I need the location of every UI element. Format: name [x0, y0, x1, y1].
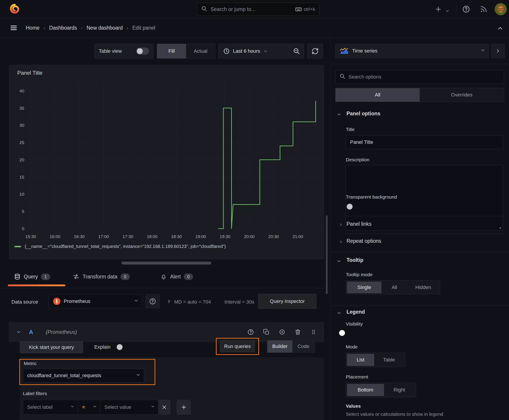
refresh-button[interactable] — [307, 44, 323, 59]
legend-series-label[interactable]: {__name__="cloudflared_tunnel_total_requ… — [25, 244, 226, 249]
query-ref-id[interactable]: A — [29, 329, 33, 336]
delete-query-trash-icon[interactable] — [295, 329, 301, 335]
visualization-name: Time series — [352, 48, 378, 54]
chevron-right-icon[interactable] — [338, 221, 344, 228]
refresh-icon — [311, 48, 319, 55]
chevron-down-icon[interactable] — [443, 7, 452, 15]
time-range-label: Last 6 hours — [233, 48, 260, 54]
metric-value: cloudflared_tunnel_total_requests — [27, 373, 101, 378]
menu-hamburger-icon[interactable] — [9, 23, 18, 32]
tooltip-mode-all[interactable]: All — [381, 282, 407, 293]
chevron-right-icon[interactable] — [338, 239, 344, 245]
svg-text:20: 20 — [20, 158, 24, 162]
legend-placement-bottom[interactable]: Bottom — [347, 384, 384, 396]
svg-text:21:00: 21:00 — [292, 234, 303, 239]
svg-text:35: 35 — [20, 106, 24, 111]
datasource-name: Prometheus — [64, 298, 91, 304]
metric-select[interactable]: cloudflared_tunnel_total_requests — [23, 369, 144, 382]
query-help-icon[interactable] — [247, 329, 254, 335]
fill-actual-switch: Fill Actual — [157, 44, 215, 59]
pane-resize-handle[interactable] — [122, 262, 211, 264]
tooltip-mode-label: Tooltip mode — [346, 272, 372, 277]
remove-filter-button[interactable] — [158, 400, 170, 415]
search-options-input[interactable]: Search options — [335, 70, 504, 84]
run-queries-button[interactable]: Run queries — [220, 341, 255, 352]
section-chevron-down-icon[interactable] — [336, 111, 342, 118]
collapse-chevron-down-icon[interactable] — [16, 329, 21, 335]
tab-query[interactable]: Query 1 — [14, 273, 50, 280]
avatar[interactable] — [495, 3, 507, 16]
keyboard-icon — [295, 6, 302, 13]
section-chevron-down-icon[interactable] — [336, 310, 342, 316]
tooltip-heading[interactable]: Tooltip — [347, 257, 363, 263]
tooltip-mode-single[interactable]: Single — [347, 282, 381, 293]
tab-all[interactable]: All — [335, 88, 420, 102]
legend-mode-label: Mode — [346, 344, 358, 350]
breadcrumb-dashboards[interactable]: Dashboards — [49, 25, 77, 31]
zoom-out-button[interactable] — [289, 48, 304, 55]
transform-icon — [73, 273, 79, 280]
prometheus-icon — [53, 298, 61, 305]
legend-heading[interactable]: Legend — [347, 309, 365, 315]
actual-option[interactable]: Actual — [186, 44, 215, 58]
grafana-app: Search or jump to... ctrl+k — [0, 0, 509, 420]
tab-transform-data[interactable]: Transform data 0 — [73, 273, 130, 280]
legend-mode-list[interactable]: List — [347, 354, 374, 366]
section-chevron-down-icon[interactable] — [336, 258, 342, 264]
kickstart-query-button[interactable]: Kick start your query — [20, 341, 83, 353]
fill-option[interactable]: Fill — [157, 44, 186, 58]
code-option[interactable]: Code — [292, 340, 314, 352]
global-search-input[interactable]: Search or jump to... ctrl+k — [197, 3, 319, 16]
add-icon[interactable] — [434, 5, 443, 14]
topbar-divider — [456, 4, 456, 14]
svg-text:15:30: 15:30 — [25, 234, 36, 239]
label-filter-operator-select[interactable]: = — [78, 400, 100, 415]
repeat-options-section[interactable]: Repeat options — [347, 238, 381, 244]
breadcrumb-edit-panel: Edit panel — [132, 25, 155, 31]
toggle-visibility-icon[interactable] — [279, 329, 285, 335]
builder-option[interactable]: Builder — [267, 340, 292, 352]
transparent-background-label: Transparent background — [346, 194, 397, 200]
description-label: Description — [346, 157, 369, 162]
news-rss-icon[interactable] — [479, 5, 488, 14]
panel-title-input[interactable] — [346, 135, 503, 149]
table-view-toggle[interactable] — [136, 48, 149, 55]
visualization-picker[interactable]: Time series — [335, 44, 489, 58]
add-filter-button[interactable] — [177, 400, 191, 415]
help-icon[interactable] — [462, 5, 471, 14]
tab-overrides[interactable]: Overrides — [420, 88, 504, 102]
panel-links-section[interactable]: Panel links — [347, 221, 372, 227]
query-inspector-button[interactable]: Query inspector — [258, 294, 316, 309]
duplicate-query-icon[interactable] — [263, 329, 270, 335]
breadcrumb-new-dashboard[interactable]: New dashboard — [87, 25, 123, 31]
vertical-scrollbar[interactable] — [326, 215, 328, 294]
datasource-picker[interactable]: Prometheus — [49, 294, 142, 308]
drag-handle-grip-icon[interactable] — [310, 329, 317, 335]
svg-text:17:30: 17:30 — [122, 234, 133, 239]
legend-placement-right[interactable]: Right — [384, 384, 415, 396]
expand-options-chevron-right-icon[interactable] — [166, 298, 172, 305]
legend-mode-table[interactable]: Table — [374, 354, 404, 366]
explain-label: Explain — [94, 344, 110, 350]
select-label-placeholder: Select label — [27, 404, 53, 410]
datasource-help-button[interactable] — [145, 294, 160, 308]
tab-transform-count: 0 — [121, 273, 130, 280]
timeseries-viz-icon — [340, 48, 349, 54]
label-filter-label-select[interactable]: Select label — [23, 400, 78, 415]
svg-text:0: 0 — [22, 226, 24, 231]
tooltip-mode-hidden[interactable]: Hidden — [407, 282, 439, 293]
label-filter-value-select[interactable]: Select value — [100, 400, 159, 415]
panel-options-heading[interactable]: Panel options — [347, 111, 380, 117]
breadcrumb-home[interactable]: Home — [26, 25, 39, 31]
collapse-pane-chevron-up-icon[interactable] — [496, 24, 504, 32]
time-range-button[interactable]: Last 6 hours — [219, 48, 289, 54]
legend-series-swatch[interactable] — [14, 246, 21, 247]
search-icon — [201, 6, 207, 13]
query-row-header[interactable]: A (Prometheus) — [9, 322, 324, 342]
tab-alert[interactable]: Alert 0 — [160, 273, 193, 280]
resize-corner-icon[interactable] — [497, 225, 501, 229]
grafana-logo[interactable] — [9, 3, 21, 16]
query-datasource-hint: (Prometheus) — [46, 329, 77, 335]
timeseries-chart[interactable]: 051015202530354015:3016:0016:3017:0017:3… — [9, 65, 324, 242]
collapse-sidebar-button[interactable] — [491, 44, 505, 58]
